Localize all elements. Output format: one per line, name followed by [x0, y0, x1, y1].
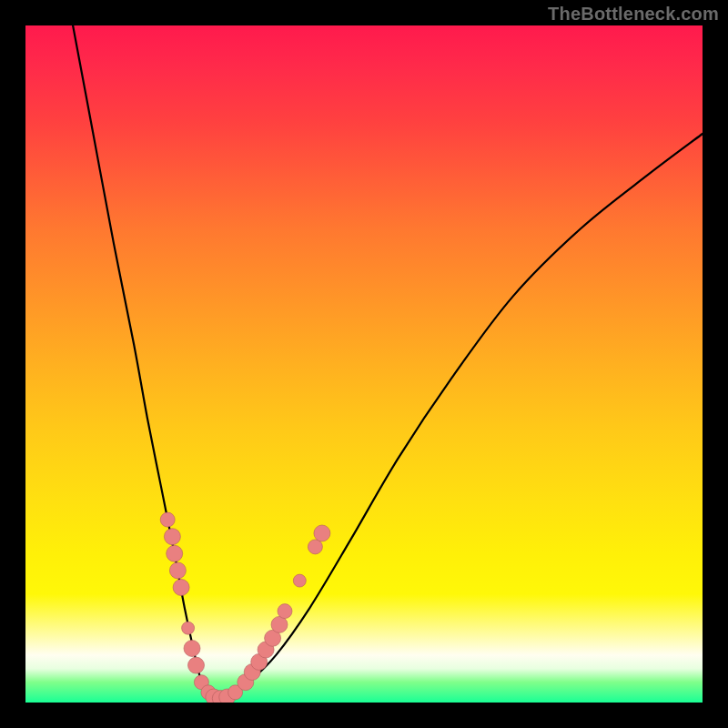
chart-frame: TheBottleneck.com — [0, 0, 728, 728]
bottleneck-curve — [73, 25, 703, 699]
data-bead — [167, 545, 183, 561]
data-bead — [182, 622, 195, 634]
data-bead — [164, 529, 180, 545]
data-bead — [188, 657, 205, 673]
plot-area — [25, 25, 703, 703]
data-bead — [169, 562, 186, 579]
data-bead — [173, 580, 189, 596]
data-bead — [271, 616, 288, 632]
data-bead — [308, 540, 322, 554]
data-bead — [278, 604, 292, 619]
curve-svg — [25, 25, 703, 703]
data-bead — [293, 574, 306, 587]
bead-group — [160, 512, 330, 703]
data-bead — [184, 641, 200, 657]
watermark-label: TheBottleneck.com — [548, 4, 719, 25]
data-bead — [160, 512, 175, 527]
data-bead — [314, 525, 330, 541]
